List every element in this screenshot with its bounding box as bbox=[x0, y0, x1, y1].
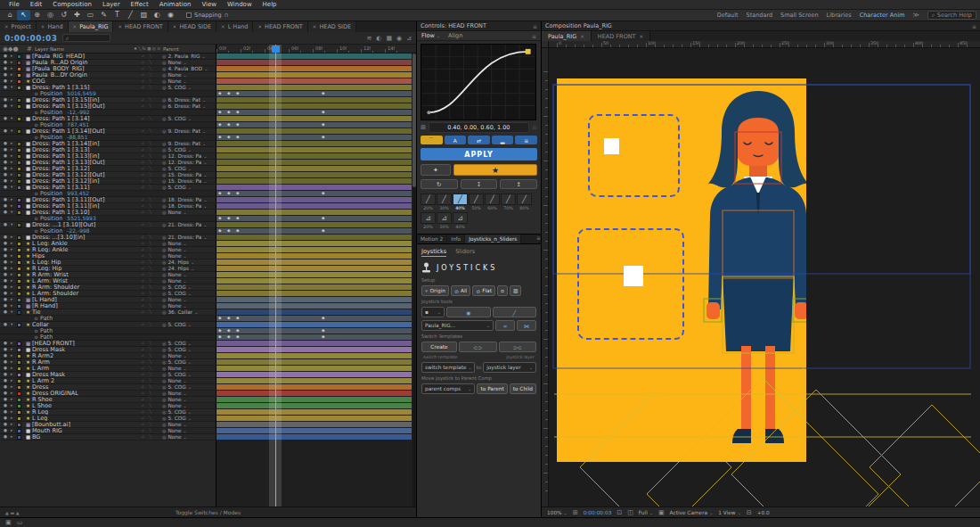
panel-menu-icon[interactable]: ≡ bbox=[972, 23, 976, 29]
dropdown-arrow-icon[interactable]: ⌄ bbox=[188, 409, 192, 415]
dropdown-arrow-icon[interactable]: ⌄ bbox=[184, 72, 187, 78]
twirl-icon[interactable]: ▸ bbox=[11, 297, 17, 302]
label-chip[interactable] bbox=[17, 304, 24, 309]
dropdown-arrow-icon[interactable]: ⌄ bbox=[184, 241, 187, 246]
label-chip[interactable] bbox=[17, 435, 24, 440]
layer-row[interactable]: ●▸▦[L Hand]⊿ ╲◎None⌄ bbox=[0, 297, 216, 303]
eye-icon[interactable]: ● bbox=[0, 266, 11, 271]
parent-cell[interactable]: ◎None⌄ bbox=[162, 366, 216, 371]
timeline-bar[interactable]: ◆◆◆◆ bbox=[216, 228, 412, 234]
layer-switches[interactable]: ⊿ ╲ bbox=[141, 409, 162, 415]
timeline-bar[interactable] bbox=[216, 284, 412, 290]
property-name[interactable]: Position bbox=[40, 216, 62, 221]
layer-row[interactable]: ●▸★L Shoe⊿ ╲◎None⌄ bbox=[0, 403, 216, 409]
dropdown-arrow-icon[interactable]: ⌄ bbox=[184, 303, 187, 309]
label-chip[interactable] bbox=[17, 260, 24, 265]
dropdown-arrow-icon[interactable]: ⌄ bbox=[203, 222, 207, 227]
twirl-icon[interactable]: ▸ bbox=[11, 416, 17, 421]
twirl-icon[interactable]: ▾ bbox=[11, 116, 17, 121]
label-chip[interactable] bbox=[17, 416, 24, 421]
pickwhip-icon[interactable]: ◎ bbox=[162, 266, 166, 271]
layer-row[interactable]: ●▸▦[HEAD FRONT]⊿ ╲◎5. COG⌄ bbox=[0, 341, 216, 347]
timeline-bar[interactable] bbox=[216, 97, 412, 103]
parent-cell[interactable]: ◎None⌄ bbox=[162, 247, 216, 252]
close-icon[interactable]: ✕ bbox=[640, 34, 644, 39]
type-tool-icon[interactable]: T bbox=[110, 10, 124, 21]
layer-row[interactable]: ●▸★R Shoe⊿ ╲◎None⌄ bbox=[0, 397, 216, 403]
panel-menu-icon[interactable]: ≡ bbox=[533, 23, 537, 29]
twirl-icon[interactable]: ▸ bbox=[11, 54, 17, 59]
label-chip[interactable] bbox=[17, 235, 24, 240]
layer-row[interactable]: ●▸■Dress: Path 1 [3.13][in]⊿ ╲◎12. Dress… bbox=[0, 153, 216, 160]
layer-switches[interactable]: ⊿ ╲ bbox=[141, 434, 162, 440]
eye-icon[interactable]: ● bbox=[0, 185, 11, 190]
label-chip[interactable] bbox=[17, 104, 24, 109]
eye-icon[interactable]: ● bbox=[0, 235, 11, 240]
keyframe-icon[interactable]: ◆ bbox=[218, 216, 221, 221]
pickwhip-icon[interactable]: ◎ bbox=[162, 347, 166, 352]
current-time[interactable]: 0:00:00:03 bbox=[584, 510, 612, 515]
label-chip[interactable] bbox=[17, 242, 24, 246]
tab-joysticks[interactable]: Joysticks bbox=[421, 248, 446, 257]
layer-name[interactable]: L Leg: Ankle bbox=[32, 241, 141, 246]
layer-name[interactable]: Dress: Path 1 [3.12][Out] bbox=[32, 172, 141, 177]
timeline-bar[interactable] bbox=[216, 54, 412, 59]
label-chip[interactable] bbox=[17, 429, 24, 433]
layer-name[interactable]: R Arm: Wrist bbox=[32, 272, 141, 277]
scrollbar-thumb[interactable] bbox=[412, 54, 416, 187]
dropdown-arrow-icon[interactable]: ⌄ bbox=[202, 103, 206, 109]
eye-icon[interactable]: ● bbox=[0, 210, 11, 215]
parent-cell[interactable]: ◎None⌄ bbox=[162, 272, 216, 277]
layer-switches[interactable]: ⊿ ╲ bbox=[141, 253, 162, 259]
timeline-search-input[interactable]: ⌕ bbox=[62, 34, 110, 42]
twirl-icon[interactable]: ▸ bbox=[11, 203, 17, 209]
layer-name[interactable]: Dress bbox=[32, 384, 141, 390]
eye-icon[interactable]: ● bbox=[0, 203, 11, 209]
eye-icon[interactable]: ● bbox=[0, 166, 11, 171]
keyframe-icon[interactable]: ◆ bbox=[218, 110, 221, 115]
layer-name[interactable]: [HEAD FRONT] bbox=[32, 341, 141, 346]
timeline-bar[interactable] bbox=[216, 259, 412, 265]
layer-row[interactable]: ●▾■Dress: Path 1 [3.10]⊿ ╲◎None⌄ bbox=[0, 210, 216, 216]
timeline-tab-head-front[interactable]: ✕HEAD FRONT bbox=[113, 21, 167, 32]
snapping-control[interactable]: Snapping ∩ bbox=[186, 12, 229, 19]
property-value[interactable]: -12,-992 bbox=[67, 110, 89, 115]
layer-row[interactable]: ●▸★L Leg: Ankle⊿ ╲◎None⌄ bbox=[0, 241, 216, 247]
layer-name[interactable]: Mouth RIG bbox=[32, 428, 141, 433]
keyframe-icon[interactable]: ◆ bbox=[236, 334, 239, 340]
eye-icon[interactable]: ● bbox=[0, 222, 11, 227]
label-chip[interactable] bbox=[17, 179, 24, 184]
twirl-icon[interactable]: ▸ bbox=[11, 384, 17, 390]
parent-cell[interactable]: ◎9. Dress: Pat⌄ bbox=[162, 128, 216, 134]
stopwatch-icon[interactable]: ⊙ bbox=[32, 316, 40, 321]
label-chip[interactable] bbox=[17, 61, 24, 65]
twirl-icon[interactable]: ▸ bbox=[11, 428, 17, 433]
parent-cell[interactable]: ◎5. COG⌄ bbox=[162, 322, 216, 327]
pickwhip-icon[interactable]: ◎ bbox=[162, 303, 166, 309]
pickwhip-icon[interactable]: ◎ bbox=[162, 297, 166, 302]
label-chip[interactable] bbox=[17, 354, 24, 358]
layer-row[interactable]: ●▾■Dress: Path 1 [3.14]⊿ ╲◎5. COG⌄ bbox=[0, 116, 216, 122]
label-chip[interactable] bbox=[17, 167, 24, 171]
keyframe-icon[interactable]: ◆ bbox=[322, 91, 324, 96]
dropdown-arrow-icon[interactable]: ⌄ bbox=[184, 422, 187, 427]
timeline-bar[interactable] bbox=[216, 116, 412, 121]
layer-row[interactable]: ●▾★Tie⊿ ╲◎36. Collar⌄ bbox=[0, 309, 216, 316]
eye-icon[interactable]: ● bbox=[0, 147, 11, 152]
stopwatch-icon[interactable]: ⊙ bbox=[32, 191, 40, 196]
layer-row[interactable]: ●▸■Dress: Path 1 [3.12][Out]⊿ ╲◎15. Dres… bbox=[0, 172, 216, 178]
close-icon[interactable]: ✕ bbox=[4, 24, 9, 29]
property-name[interactable]: Position bbox=[40, 122, 62, 128]
layer-switches[interactable]: ⊿ ╲ bbox=[141, 291, 162, 296]
layer-switches[interactable]: ⊿ ╲ bbox=[141, 78, 162, 84]
twirl-icon[interactable]: ▸ bbox=[11, 235, 17, 240]
pickwhip-icon[interactable]: ◎ bbox=[162, 153, 166, 159]
keyframe-icon[interactable]: ◆ bbox=[227, 122, 230, 128]
parent-cell[interactable]: ◎None⌄ bbox=[162, 72, 216, 78]
eye-icon[interactable]: ● bbox=[0, 347, 11, 352]
label-chip[interactable] bbox=[17, 410, 24, 415]
label-chip[interactable] bbox=[17, 404, 24, 408]
keyframe-icon[interactable]: ◆ bbox=[218, 135, 221, 140]
timeline-bar[interactable] bbox=[216, 366, 412, 371]
menu-composition[interactable]: Composition bbox=[47, 1, 97, 8]
